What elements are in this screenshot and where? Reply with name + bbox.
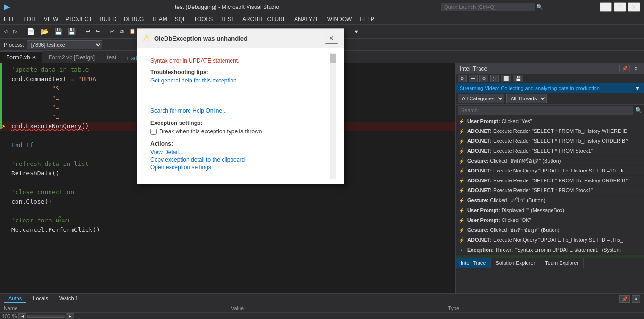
intellitrace-streaming[interactable]: Streaming Video: Collecting and analyzin… — [456, 83, 644, 93]
intellitrace-events[interactable]: ⚡ User Prompt: Clicked "Yes" ⚡ ADO.NET: … — [456, 116, 644, 258]
new-project-button[interactable]: 📄 — [25, 27, 37, 36]
forward-button[interactable]: ▷ — [11, 27, 19, 35]
save-all-button[interactable]: 💾 — [66, 27, 78, 36]
zoom-increase-button[interactable]: ► — [66, 313, 74, 319]
it-pin-button[interactable]: 📌 — [619, 65, 630, 72]
it-event-item[interactable]: ⚡ ADO.NET: Execute NonQuery "UPDATE Tb_H… — [456, 166, 644, 176]
open-exception-settings-link[interactable]: Open exception settings — [150, 164, 324, 171]
it-toolbar-btn3[interactable]: ⚙ — [479, 75, 488, 82]
error-text: Syntax error in UPDATE statement. — [150, 57, 324, 64]
minimize-button[interactable]: — — [600, 2, 612, 12]
scrollbar-thumb[interactable] — [330, 54, 336, 63]
tab-test[interactable]: test — [101, 51, 122, 63]
save-button[interactable]: 💾 — [52, 27, 64, 36]
event-text: ADO.NET: Execute Reader "SELECT * FROM T… — [467, 127, 642, 135]
process-select[interactable]: [7896] test.exe — [27, 40, 102, 49]
vs-logo: ▶ — [4, 2, 9, 11]
locals-pin-button[interactable]: 📌 — [619, 295, 630, 303]
it-close-panel-button[interactable]: ✕ — [632, 65, 640, 72]
code-line: 'clear form เห็มา — [0, 216, 455, 225]
undo-button[interactable]: ↩ — [84, 27, 92, 35]
dialog-close-button[interactable]: ✕ — [325, 33, 338, 44]
tab-intellitrace[interactable]: IntelliTrace — [456, 258, 491, 268]
open-button[interactable]: 📂 — [39, 27, 50, 36]
menu-window[interactable]: WINDOW — [323, 14, 356, 25]
copy-exception-link[interactable]: Copy exception detail to the clipboard — [150, 156, 324, 163]
lightning-icon: ⚡ — [458, 187, 465, 194]
menu-architecture[interactable]: ARCHITECTURE — [239, 14, 290, 25]
menu-edit[interactable]: EDIT — [19, 14, 40, 25]
troubleshooting-section: Troubleshooting tips: Get general help f… — [150, 69, 324, 84]
tab-locals[interactable]: Locals — [28, 294, 53, 303]
quick-launch-input[interactable] — [441, 3, 535, 11]
locals-table: Name Value Type — [0, 304, 644, 312]
intellitrace-search-input[interactable] — [458, 106, 633, 115]
menu-debug[interactable]: DEBUG — [120, 14, 148, 25]
view-detail-link[interactable]: View Detail... — [150, 149, 324, 155]
scrollbar-track[interactable] — [27, 315, 65, 318]
categories-select[interactable]: All Categories — [458, 94, 504, 103]
line-gutter — [0, 131, 8, 140]
it-event-item[interactable]: ⚡ ADO.NET: Execute Reader "SELECT * FROM… — [456, 186, 644, 196]
event-text: ADO.NET: Execute NonQuery "UPDATE Tb_His… — [467, 236, 642, 244]
menu-project[interactable]: PROJECT — [62, 14, 96, 25]
dialog-scrollbar[interactable] — [330, 53, 336, 179]
horizontal-scrollbar[interactable]: 100 % ◄ ► — [0, 312, 644, 319]
it-save-button[interactable]: 💾 — [513, 75, 523, 82]
tab-solution-explorer[interactable]: Solution Explorer — [491, 258, 540, 268]
intellitrace-tabs: IntelliTrace Solution Explorer Team Expl… — [456, 258, 644, 268]
it-event-item[interactable]: ⚡ User Prompt: Displayed "" (MessageBox) — [456, 205, 644, 215]
break-checkbox[interactable] — [150, 129, 157, 135]
it-event-item[interactable]: ⚡ ADO.NET: Execute Reader "SELECT * FROM… — [456, 136, 644, 146]
tab-watch1[interactable]: Watch 1 — [55, 294, 83, 303]
it-event-item[interactable]: ⚡ ADO.NET: Execute Reader "SELECT * FROM… — [456, 176, 644, 186]
menu-help[interactable]: HELP — [355, 14, 378, 25]
intellitrace-search: 🔍 — [456, 105, 644, 116]
zoom-decrease-button[interactable]: ◄ — [18, 313, 26, 319]
cut-button[interactable]: ✂ — [108, 27, 116, 35]
it-toolbar-btn2[interactable]: ☰ — [469, 75, 478, 82]
line-gutter — [0, 197, 8, 206]
threads-select[interactable]: All Threads — [506, 94, 547, 103]
it-event-item[interactable]: ⚡ ADO.NET: Execute Reader "SELECT * FROM… — [456, 146, 644, 156]
search-help-link[interactable]: Search for more Help Online... — [150, 107, 324, 114]
menu-analyze[interactable]: ANALYZE — [290, 14, 323, 25]
redo-button[interactable]: ↪ — [94, 27, 102, 35]
tab-form2vb-label: Form2.vb ✕ — [6, 54, 36, 61]
it-toolbar-btn1[interactable]: ⚙ — [458, 75, 467, 82]
tab-form2design[interactable]: Form2.vb [Design] — [42, 51, 101, 63]
menu-build[interactable]: BUILD — [96, 14, 120, 25]
lightning-icon: ⚡ — [458, 117, 465, 125]
menu-test[interactable]: TEST — [216, 14, 239, 25]
tab-form2vb[interactable]: Form2.vb ✕ — [0, 51, 42, 63]
it-event-item[interactable]: ⚡ ADO.NET: Execute Reader "SELECT * FROM… — [456, 126, 644, 136]
search-icon: 🔍 — [536, 4, 543, 10]
close-button[interactable]: ✕ — [628, 2, 640, 12]
it-event-item[interactable]: ⚡ User Prompt: Clicked "OK" — [456, 215, 644, 225]
copy-button[interactable]: ⧉ — [118, 27, 125, 35]
it-event-item[interactable]: ⚡ Gesture: Clicked "อัพเดทข้อมูล" (Butto… — [456, 156, 644, 166]
menu-team[interactable]: TEAM — [148, 14, 171, 25]
locals-close-button[interactable]: ✕ — [632, 295, 640, 303]
frame-dropdown[interactable]: ▼ — [352, 28, 361, 35]
it-event-item[interactable]: ⚡ Gesture: Clicked "แก้ไข" (Button) — [456, 196, 644, 205]
it-event-item[interactable]: ⚡ Gesture: Clicked "บันทึกข้อมูล" (Butto… — [456, 225, 644, 235]
paste-button[interactable]: 📋 — [127, 27, 138, 35]
it-event-item[interactable]: ⚡ User Prompt: Clicked "Yes" — [456, 116, 644, 126]
tab-team-explorer[interactable]: Team Explorer — [540, 258, 584, 268]
it-toolbar-btn4[interactable]: ▷ — [490, 75, 499, 82]
menu-sql[interactable]: SQL — [171, 14, 190, 25]
general-help-link[interactable]: Get general help for this exception. — [150, 77, 324, 84]
lightning-icon: ⚡ — [458, 206, 465, 214]
menu-tools[interactable]: TOOLS — [190, 14, 216, 25]
menu-file[interactable]: FILE — [0, 14, 19, 25]
it-event-item[interactable]: ▪ Exception: Thrown: "Syntax error in UP… — [456, 245, 644, 255]
maximize-button[interactable]: □ — [614, 2, 626, 12]
tab-autos[interactable]: Autos — [4, 294, 26, 303]
back-button[interactable]: ◁ — [2, 27, 9, 35]
menu-view[interactable]: VIEW — [40, 14, 62, 25]
line-content — [8, 206, 455, 216]
it-toolbar-btn5[interactable]: ⬜ — [501, 75, 511, 82]
title-bar: ▶ test (Debugging) - Microsoft Visual St… — [0, 0, 644, 14]
it-event-item[interactable]: ⚡ ADO.NET: Execute NonQuery "UPDATE Tb_H… — [456, 235, 644, 245]
